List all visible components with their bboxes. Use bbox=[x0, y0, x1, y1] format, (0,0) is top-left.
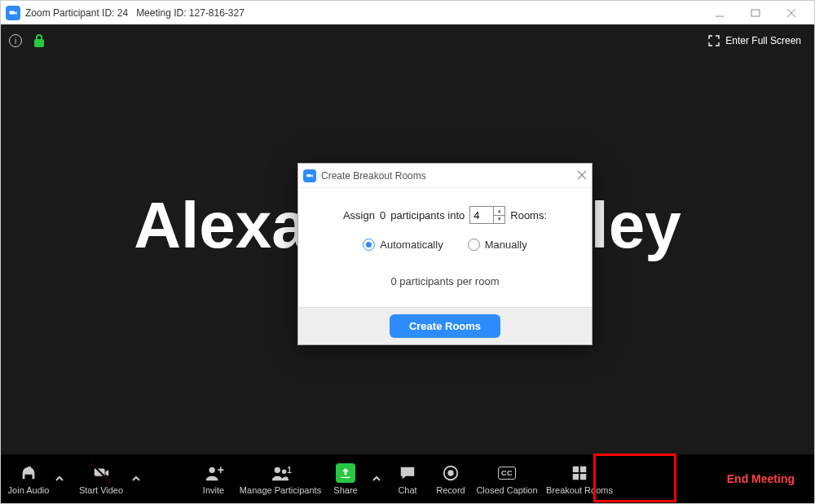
record-button[interactable]: Record bbox=[428, 454, 474, 503]
dialog-titlebar: Create Breakout Rooms bbox=[298, 164, 592, 188]
radio-manually-label: Manually bbox=[485, 239, 527, 251]
share-icon bbox=[336, 463, 355, 483]
meeting-content: i Enter Full Screen Alexander Hadley Cre… bbox=[1, 24, 814, 503]
window-minimize-button[interactable] bbox=[702, 1, 738, 24]
enter-fullscreen-button[interactable]: Enter Full Screen bbox=[703, 31, 806, 50]
end-meeting-button[interactable]: End Meeting bbox=[727, 472, 811, 485]
participants-icon: 1 bbox=[271, 463, 290, 483]
room-count-down[interactable]: ▼ bbox=[494, 216, 504, 224]
rooms-suffix: Rooms: bbox=[510, 209, 547, 221]
closed-caption-label: Closed Caption bbox=[476, 485, 537, 495]
record-label: Record bbox=[436, 485, 465, 495]
dialog-title: Create Breakout Rooms bbox=[321, 170, 426, 182]
chat-label: Chat bbox=[398, 485, 416, 495]
topbar: i Enter Full Screen bbox=[1, 24, 814, 57]
svg-rect-14 bbox=[580, 473, 586, 479]
manage-participants-label: Manage Participants bbox=[240, 485, 321, 495]
zoom-window: Zoom Participant ID: 24 Meeting ID: 127-… bbox=[0, 0, 815, 504]
svg-point-10 bbox=[447, 470, 453, 476]
video-icon bbox=[91, 463, 111, 483]
svg-point-8 bbox=[282, 469, 287, 474]
room-count-stepper[interactable]: ▲ ▼ bbox=[469, 206, 505, 224]
start-video-label: Start Video bbox=[79, 485, 123, 495]
video-options-chevron[interactable] bbox=[130, 454, 143, 503]
share-options-chevron[interactable] bbox=[366, 454, 387, 503]
room-count-up[interactable]: ▲ bbox=[494, 207, 504, 216]
create-breakout-rooms-dialog: Create Breakout Rooms Assign 0 participa… bbox=[297, 163, 593, 345]
highlight-box bbox=[593, 454, 676, 502]
participants-count: 1 bbox=[287, 465, 292, 475]
join-audio-label: Join Audio bbox=[8, 485, 50, 495]
chat-button[interactable]: Chat bbox=[387, 454, 428, 503]
cc-icon: CC bbox=[497, 463, 517, 483]
svg-rect-1 bbox=[751, 10, 760, 16]
chat-icon bbox=[398, 463, 417, 483]
create-rooms-button[interactable]: Create Rooms bbox=[390, 314, 500, 338]
info-icon[interactable]: i bbox=[9, 34, 22, 47]
titlebar: Zoom Participant ID: 24 Meeting ID: 127-… bbox=[1, 1, 814, 24]
svg-point-6 bbox=[209, 467, 215, 472]
record-icon bbox=[441, 463, 460, 483]
zoom-app-icon bbox=[303, 169, 316, 182]
meeting-toolbar: Join Audio Start Video + bbox=[1, 454, 814, 503]
zoom-app-icon bbox=[6, 6, 20, 20]
join-audio-button[interactable]: Join Audio bbox=[4, 454, 53, 503]
titlebar-text: Zoom Participant ID: 24 Meeting ID: 127-… bbox=[25, 7, 244, 19]
dialog-close-button[interactable] bbox=[577, 169, 587, 182]
fullscreen-label: Enter Full Screen bbox=[725, 35, 801, 46]
share-label: Share bbox=[333, 485, 357, 495]
svg-rect-13 bbox=[573, 473, 579, 479]
radio-automatically[interactable]: Automatically bbox=[363, 239, 443, 251]
assign-middle: participants into bbox=[390, 209, 465, 221]
manage-participants-button[interactable]: 1 Manage Participants bbox=[236, 454, 325, 503]
assign-row: Assign 0 participants into ▲ ▼ Rooms: bbox=[306, 206, 584, 224]
assign-prefix: Assign bbox=[343, 209, 375, 221]
invite-label: Invite bbox=[203, 485, 224, 495]
breakout-rooms-icon bbox=[570, 463, 589, 483]
share-button[interactable]: Share bbox=[325, 454, 366, 503]
window-maximize-button[interactable] bbox=[738, 1, 773, 24]
radio-automatically-label: Automatically bbox=[380, 239, 443, 251]
svg-rect-11 bbox=[573, 466, 579, 471]
start-video-button[interactable]: Start Video bbox=[73, 454, 130, 503]
encrypted-lock-icon bbox=[34, 34, 44, 47]
window-close-button[interactable] bbox=[773, 1, 809, 24]
svg-rect-12 bbox=[580, 466, 586, 471]
audio-options-chevron[interactable] bbox=[53, 454, 66, 503]
invite-button[interactable]: + Invite bbox=[192, 454, 236, 503]
closed-caption-button[interactable]: CC Closed Caption bbox=[474, 454, 540, 503]
room-count-input[interactable] bbox=[470, 207, 493, 223]
participant-count: 0 bbox=[380, 209, 385, 221]
svg-point-7 bbox=[275, 467, 280, 472]
invite-icon: + bbox=[204, 463, 223, 483]
radio-manually[interactable]: Manually bbox=[468, 239, 527, 251]
participants-per-room: 0 participants per room bbox=[306, 275, 584, 287]
headphones-icon bbox=[19, 463, 38, 483]
